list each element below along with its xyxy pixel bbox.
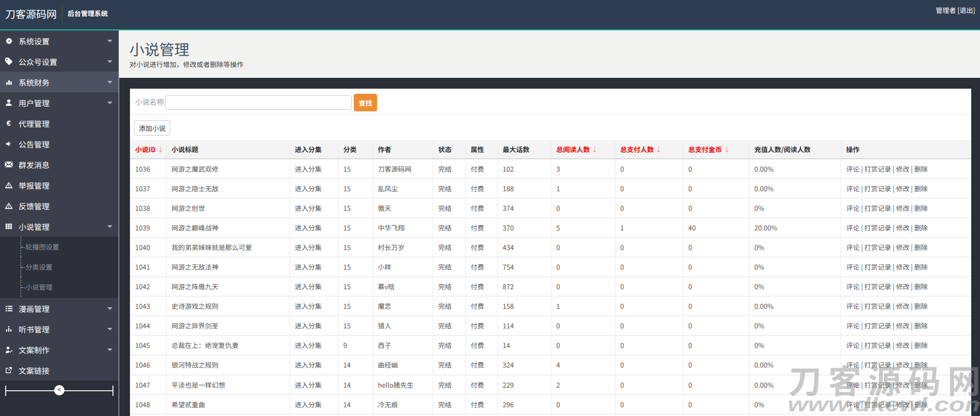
svg-text:€: € [7, 119, 11, 127]
